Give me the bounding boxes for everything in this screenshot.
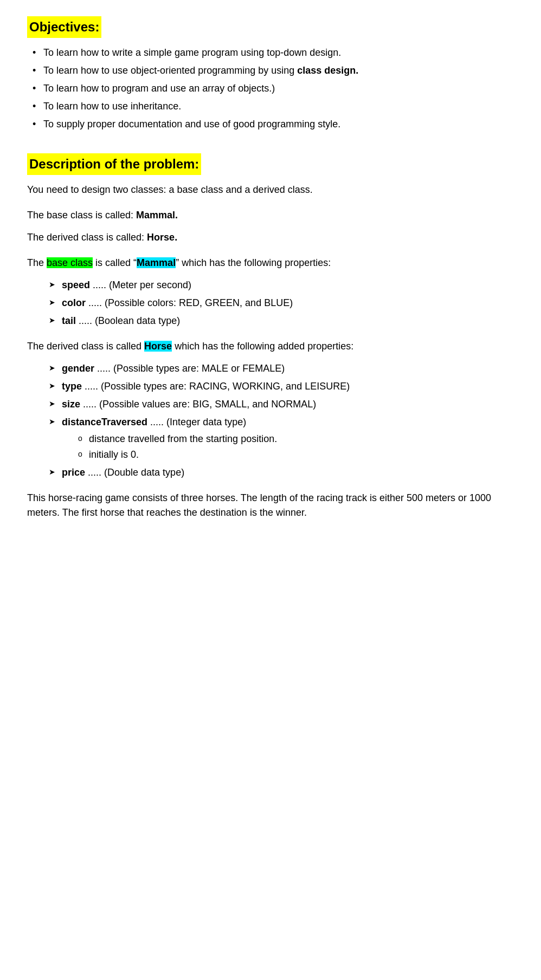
item-text: To learn how to use object-oriented prog…	[43, 65, 358, 76]
derived-class-label: The derived class is called:	[27, 232, 147, 243]
property-desc: ..... (Double data type)	[88, 467, 184, 478]
base-class-name: Mammal.	[136, 210, 178, 220]
sub-list-item: distance travelled from the starting pos…	[78, 432, 514, 446]
horse-highlight: Horse	[144, 341, 172, 352]
sub-property-list: distance travelled from the starting pos…	[62, 432, 514, 462]
base-class-label: The base class is called:	[27, 210, 136, 220]
property-name: gender	[62, 363, 94, 374]
footer-text: This horse-racing game consists of three…	[27, 491, 514, 520]
class-names-block: The base class is called: Mammal. The de…	[27, 208, 514, 245]
property-desc: ..... (Possible colors: RED, GREEN, and …	[88, 297, 293, 308]
list-item: To learn how to use object-oriented prog…	[33, 63, 514, 78]
list-item: To learn how to program and use an array…	[33, 81, 514, 96]
item-text: To learn how to write a simple game prog…	[43, 47, 341, 58]
objectives-section: Objectives: To learn how to write a simp…	[27, 16, 514, 132]
property-name: distanceTraversed	[62, 417, 147, 427]
list-item: price ..... (Double data type)	[49, 465, 514, 480]
property-desc: ..... (Meter per second)	[93, 280, 191, 290]
derived-desc-after: which has the following added properties…	[172, 341, 353, 352]
property-name: type	[62, 381, 82, 392]
description-heading: Description of the problem:	[27, 153, 201, 175]
description-section: Description of the problem: You need to …	[27, 153, 514, 520]
list-item: distanceTraversed ..... (Integer data ty…	[49, 415, 514, 462]
intro-text: You need to design two classes: a base c…	[27, 184, 313, 195]
base-desc-before: The	[27, 257, 47, 268]
base-properties-block: The base class is called “Mammal” which …	[27, 256, 514, 328]
bold-label: class design.	[297, 65, 358, 76]
property-desc: ..... (Possible types are: MALE or FEMAL…	[97, 363, 285, 374]
property-name: price	[62, 467, 85, 478]
base-class-highlight: base class	[47, 257, 93, 268]
base-class-description: The base class is called “Mammal” which …	[27, 256, 514, 270]
description-intro: You need to design two classes: a base c…	[27, 183, 514, 197]
sub-item-text: distance travelled from the starting pos…	[89, 433, 277, 444]
property-desc: ..... (Boolean data type)	[79, 315, 180, 326]
property-desc: ..... (Integer data type)	[150, 417, 246, 427]
derived-class-description: The derived class is called Horse which …	[27, 339, 514, 354]
base-property-list: speed ..... (Meter per second) color ...…	[27, 278, 514, 328]
property-name: color	[62, 297, 86, 308]
base-class-line: The base class is called: Mammal.	[27, 208, 514, 223]
mammal-highlight: Mammal	[137, 257, 176, 268]
list-item: To supply proper documentation and use o…	[33, 117, 514, 132]
item-text: To learn how to use inheritance.	[43, 101, 181, 112]
item-text: To learn how to program and use an array…	[43, 83, 275, 94]
derived-desc-before: The derived class is called	[27, 341, 144, 352]
sub-list-item: initially is 0.	[78, 447, 514, 462]
derived-properties-block: The derived class is called Horse which …	[27, 339, 514, 480]
list-item: To learn how to use inheritance.	[33, 99, 514, 114]
derived-property-list: gender ..... (Possible types are: MALE o…	[27, 361, 514, 480]
objectives-heading: Objectives:	[27, 16, 101, 38]
list-item: size ..... (Possible values are: BIG, SM…	[49, 397, 514, 412]
property-name: tail	[62, 315, 76, 326]
list-item: gender ..... (Possible types are: MALE o…	[49, 361, 514, 376]
objectives-list: To learn how to write a simple game prog…	[27, 46, 514, 132]
item-text: To supply proper documentation and use o…	[43, 119, 340, 129]
property-name: speed	[62, 280, 90, 290]
list-item: speed ..... (Meter per second)	[49, 278, 514, 293]
property-desc: ..... (Possible values are: BIG, SMALL, …	[83, 399, 316, 410]
list-item: tail ..... (Boolean data type)	[49, 314, 514, 328]
property-name: size	[62, 399, 80, 410]
derived-class-name: Horse.	[147, 232, 177, 243]
base-desc-middle: is called “	[93, 257, 137, 268]
property-desc: ..... (Possible types are: RACING, WORKI…	[85, 381, 350, 392]
list-item: color ..... (Possible colors: RED, GREEN…	[49, 296, 514, 310]
base-desc-after: ” which has the following properties:	[176, 257, 331, 268]
list-item: To learn how to write a simple game prog…	[33, 46, 514, 60]
list-item: type ..... (Possible types are: RACING, …	[49, 379, 514, 394]
sub-item-text: initially is 0.	[89, 449, 139, 460]
derived-class-line: The derived class is called: Horse.	[27, 230, 514, 245]
